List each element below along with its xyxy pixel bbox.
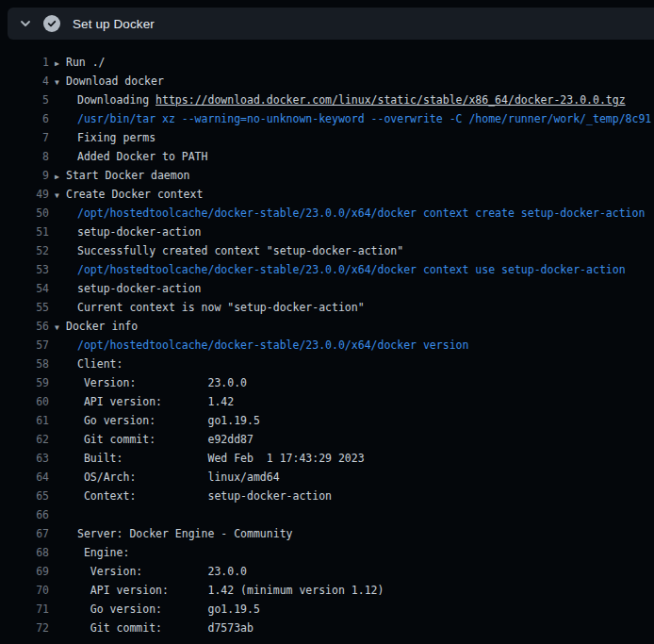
line-number-link[interactable]: 71 — [0, 600, 49, 619]
log-line: 5Downloading https://download.docker.com… — [0, 91, 654, 109]
line-number-link[interactable]: 7 — [0, 128, 49, 147]
line-number-link[interactable]: 9 — [0, 166, 49, 185]
log-text: OS/Arch: linux/amd64 — [55, 468, 280, 487]
log-command-text: /opt/hostedtoolcache/docker-stable/23.0.… — [55, 260, 626, 279]
log-text — [55, 505, 77, 524]
log-text: Added Docker to PATH — [55, 147, 207, 166]
line-number-link[interactable]: 72 — [0, 619, 49, 637]
step-group-header[interactable]: Set up Docker — [8, 8, 654, 40]
log-line[interactable]: 1▶Run ./ — [0, 53, 654, 72]
log-text: Server: Docker Engine - Community — [55, 524, 292, 543]
line-number-link[interactable]: 69 — [0, 562, 49, 581]
collapse-triangle-icon[interactable]: ▼ — [55, 319, 66, 336]
group-title: ▼Create Docker context — [55, 185, 203, 204]
check-circle-icon — [43, 15, 60, 32]
log-line: 59 Version: 23.0.0 — [0, 373, 654, 392]
line-number-link[interactable]: 70 — [0, 581, 49, 600]
log-text: setup-docker-action — [55, 279, 202, 298]
log-text: Version: 23.0.0 — [55, 562, 247, 581]
log-text: Fixing perms — [55, 128, 155, 147]
log-text: Current context is now "setup-docker-act… — [55, 298, 365, 317]
line-number-link[interactable]: 68 — [0, 543, 49, 562]
line-number-link[interactable]: 65 — [0, 487, 49, 505]
log-line: 67Server: Docker Engine - Community — [0, 524, 654, 543]
log-line: 72 Git commit: d7573ab — [0, 619, 654, 637]
log-line: 69 Version: 23.0.0 — [0, 562, 654, 581]
line-number-link[interactable]: 52 — [0, 241, 49, 260]
log-line: 8Added Docker to PATH — [0, 147, 654, 166]
log-line: 50/opt/hostedtoolcache/docker-stable/23.… — [0, 204, 654, 223]
line-number-link[interactable]: 59 — [0, 373, 49, 392]
log-line: 52Successfully created context "setup-do… — [0, 241, 654, 260]
log-line: 57/opt/hostedtoolcache/docker-stable/23.… — [0, 336, 654, 355]
log-text: API version: 1.42 — [55, 392, 234, 411]
log-line: 71 Go version: go1.19.5 — [0, 600, 654, 619]
line-number-link[interactable]: 6 — [0, 109, 49, 128]
group-title-label: Create Docker context — [66, 188, 203, 201]
chevron-down-icon[interactable] — [15, 13, 36, 34]
log-line: 60 API version: 1.42 — [0, 392, 654, 411]
log-line: 54setup-docker-action — [0, 279, 654, 298]
log-line[interactable]: 49▼Create Docker context — [0, 185, 654, 204]
log-viewer: 1▶Run ./4▼Download docker5Downloading ht… — [0, 53, 654, 637]
line-number-link[interactable]: 58 — [0, 355, 49, 373]
log-line: 55Current context is now "setup-docker-a… — [0, 298, 654, 317]
group-title: ▶Run ./ — [55, 53, 106, 72]
line-number-link[interactable]: 60 — [0, 392, 49, 411]
log-text: Go version: go1.19.5 — [55, 600, 260, 619]
log-text: Git commit: e92dd87 — [55, 430, 253, 449]
log-line: 70 API version: 1.42 (minimum version 1.… — [0, 581, 654, 600]
log-line: 62 Git commit: e92dd87 — [0, 430, 654, 449]
line-number-link[interactable]: 54 — [0, 279, 49, 298]
line-number-link[interactable]: 63 — [0, 449, 49, 468]
log-line[interactable]: 4▼Download docker — [0, 72, 654, 91]
group-title-label: Start Docker daemon — [66, 169, 190, 182]
line-number-link[interactable]: 8 — [0, 147, 49, 166]
line-number-link[interactable]: 1 — [0, 53, 49, 72]
group-title-label: Download docker — [66, 74, 164, 88]
line-number-link[interactable]: 51 — [0, 223, 49, 241]
line-number-link[interactable]: 66 — [0, 505, 49, 524]
log-text: Version: 23.0.0 — [55, 373, 247, 392]
log-line: 65 Context: setup-docker-action — [0, 487, 654, 505]
collapse-triangle-icon[interactable]: ▼ — [55, 74, 66, 91]
log-line: 63 Built: Wed Feb 1 17:43:29 2023 — [0, 449, 654, 468]
log-line: 66 — [0, 505, 654, 524]
log-line[interactable]: 56▼Docker info — [0, 317, 654, 336]
log-text: Built: Wed Feb 1 17:43:29 2023 — [55, 449, 365, 468]
log-command-text: /opt/hostedtoolcache/docker-stable/23.0.… — [55, 336, 468, 355]
log-line[interactable]: 9▶Start Docker daemon — [0, 166, 654, 185]
line-number-link[interactable]: 67 — [0, 524, 49, 543]
line-number-link[interactable]: 62 — [0, 430, 49, 449]
log-text: Client: — [55, 355, 123, 373]
group-title-label: Docker info — [66, 320, 138, 333]
expand-triangle-icon[interactable]: ▶ — [55, 55, 66, 72]
log-line: 58Client: — [0, 355, 654, 373]
log-text: Go version: go1.19.5 — [55, 411, 260, 430]
line-number-link[interactable]: 5 — [0, 91, 49, 109]
log-text: Git commit: d7573ab — [55, 619, 253, 637]
log-text: Engine: — [55, 543, 129, 562]
line-number-link[interactable]: 61 — [0, 411, 49, 430]
step-title: Set up Docker — [73, 17, 155, 31]
collapse-triangle-icon[interactable]: ▼ — [55, 187, 66, 204]
log-line: 53/opt/hostedtoolcache/docker-stable/23.… — [0, 260, 654, 279]
expand-triangle-icon[interactable]: ▶ — [55, 168, 66, 185]
group-title: ▼Docker info — [55, 317, 138, 336]
log-line: 7Fixing perms — [0, 128, 654, 147]
log-line: 51setup-docker-action — [0, 223, 654, 241]
line-number-link[interactable]: 57 — [0, 336, 49, 355]
log-command-text: /opt/hostedtoolcache/docker-stable/23.0.… — [55, 204, 645, 223]
line-number-link[interactable]: 56 — [0, 317, 49, 336]
log-text: API version: 1.42 (minimum version 1.12) — [55, 581, 384, 600]
line-number-link[interactable]: 49 — [0, 185, 49, 204]
line-number-link[interactable]: 50 — [0, 204, 49, 223]
line-number-link[interactable]: 64 — [0, 468, 49, 487]
log-url-link[interactable]: https://download.docker.com/linux/static… — [155, 93, 626, 107]
line-number-link[interactable]: 4 — [0, 72, 49, 91]
log-line: 64 OS/Arch: linux/amd64 — [0, 468, 654, 487]
line-number-link[interactable]: 55 — [0, 298, 49, 317]
log-line: 6/usr/bin/tar xz --warning=no-unknown-ke… — [0, 109, 654, 128]
line-number-link[interactable]: 53 — [0, 260, 49, 279]
log-text: Successfully created context "setup-dock… — [55, 241, 403, 260]
